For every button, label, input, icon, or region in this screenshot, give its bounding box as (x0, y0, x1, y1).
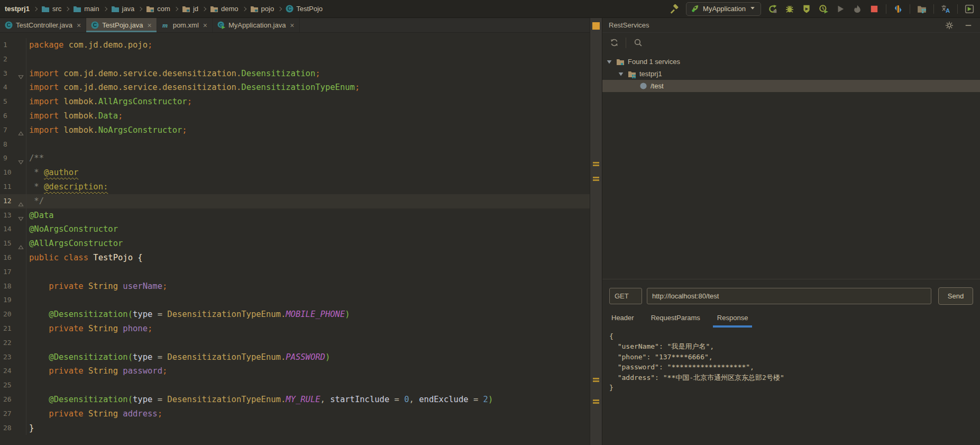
breadcrumb-item-jd[interactable]: jd (180, 4, 200, 14)
http-client-section: GET Send HeaderRequestParamsResponse { "… (602, 279, 980, 445)
coverage-button[interactable] (801, 4, 812, 14)
breadcrumb-item-com[interactable]: com (144, 4, 172, 14)
code-line: 15@AllArgsConstructor (0, 237, 590, 251)
tab-requestparams[interactable]: RequestParams (650, 314, 701, 328)
rerun-button[interactable] (767, 4, 778, 14)
token: type (133, 395, 152, 404)
line-number: 24 (3, 364, 12, 378)
stop-button[interactable] (869, 4, 880, 14)
run-disabled-button[interactable] (835, 4, 846, 14)
token: ; (148, 40, 152, 50)
fold-column[interactable] (18, 198, 24, 204)
fold-column[interactable] (18, 70, 24, 77)
refresh-button[interactable] (609, 38, 619, 48)
request-tabs: HeaderRequestParamsResponse (609, 314, 973, 328)
settings-button[interactable] (944, 20, 955, 31)
code-text: @AllArgsConstructor (29, 237, 123, 251)
toolbar-divider (626, 38, 626, 48)
translate-icon: A (941, 4, 950, 14)
line-number: 17 (3, 265, 12, 279)
tree-row--test[interactable]: /test (602, 80, 980, 92)
fold-marker-icon[interactable] (18, 159, 24, 165)
tab-response[interactable]: Response (716, 314, 749, 328)
tool-window-header: RestServices (602, 18, 980, 33)
rerun-icon (768, 4, 777, 14)
modules-button[interactable] (917, 4, 927, 14)
token: Desensitization (241, 69, 315, 78)
token: private (49, 281, 83, 291)
tab-myapplication-java[interactable]: CMyApplication.java× (213, 18, 300, 32)
breadcrumb-item-testpojo[interactable]: CTestPojo (284, 4, 324, 14)
tree-row-testprj1[interactable]: testprj1 (602, 68, 980, 80)
tab-pom-xml[interactable]: mpom.xml× (157, 18, 213, 32)
flame-disabled-button[interactable] (852, 4, 863, 14)
inspection-indicator[interactable] (592, 22, 600, 30)
tool-window-title: RestServices (609, 21, 649, 29)
breadcrumb-item-main[interactable]: main (71, 4, 100, 14)
fold-marker-icon[interactable] (18, 74, 24, 80)
token: com.jd.demo.service.desensitization. (63, 69, 241, 78)
breadcrumb-item-demo[interactable]: demo (208, 4, 240, 14)
debug-button[interactable] (784, 4, 795, 14)
close-icon[interactable]: × (290, 21, 294, 30)
line-number: 19 (3, 293, 12, 307)
breadcrumb-project[interactable]: testprj1 (3, 4, 31, 14)
gutter: 14 (0, 222, 26, 237)
breadcrumb-label: jd (193, 5, 198, 13)
fold-column[interactable] (18, 156, 24, 162)
http-method-select[interactable]: GET (609, 288, 642, 304)
search-button[interactable] (633, 38, 643, 48)
breadcrumb-label: main (84, 5, 99, 13)
translate-button[interactable]: A (940, 4, 951, 14)
svg-text:C: C (7, 22, 11, 28)
code-text: import lombok.NoArgsConstructor; (29, 123, 187, 138)
url-input[interactable] (647, 288, 931, 304)
toolbar-divider (886, 4, 886, 14)
code-editor[interactable]: 1package com.jd.demo.pojo;23import com.j… (0, 33, 590, 445)
breadcrumb-item-src[interactable]: src (40, 4, 63, 14)
gutter: 21 (0, 322, 26, 336)
send-button[interactable]: Send (938, 287, 973, 305)
profiler-button[interactable] (818, 4, 829, 14)
services-button[interactable] (964, 4, 975, 14)
fold-column[interactable] (18, 127, 24, 133)
line-number: 20 (3, 307, 12, 322)
tree-row-found-1-services[interactable]: Found 1 services (602, 56, 980, 68)
tab-header[interactable]: Header (610, 314, 635, 328)
expand-caret-icon[interactable] (617, 70, 625, 78)
fold-marker-icon[interactable] (18, 202, 24, 207)
token: import (29, 125, 59, 135)
line-number: 14 (3, 222, 12, 237)
code-text: @Data (29, 208, 54, 223)
tab-testpojo-java[interactable]: CTestPojo.java× (86, 18, 157, 32)
build-button[interactable] (669, 4, 680, 14)
code-text: } (29, 421, 34, 435)
fold-marker-icon[interactable] (18, 216, 24, 222)
hide-button[interactable] (963, 20, 974, 31)
line-number: 7 (3, 123, 7, 138)
breadcrumb-item-java[interactable]: java (109, 4, 136, 14)
fold-column[interactable] (18, 241, 24, 247)
line-number: 11 (3, 180, 12, 194)
expand-caret-icon[interactable] (606, 58, 613, 66)
token: /** (29, 153, 44, 163)
editor-error-stripe[interactable] (590, 18, 602, 445)
breadcrumb-separator-icon (242, 6, 246, 11)
fold-column[interactable] (18, 212, 24, 219)
line-number: 26 (3, 393, 12, 407)
gutter: 12 (0, 194, 26, 208)
close-icon[interactable]: × (77, 21, 81, 30)
plugin-bars-button[interactable] (893, 4, 903, 14)
run-config-selector[interactable]: MyApplication (686, 2, 761, 16)
tab-testcontroller-java[interactable]: CTestController.java× (0, 18, 86, 32)
line-number: 16 (3, 251, 12, 265)
fold-marker-icon[interactable] (18, 131, 24, 137)
close-icon[interactable]: × (147, 21, 151, 30)
token: @description: (44, 182, 108, 192)
breadcrumb-item-pojo[interactable]: pojo (249, 4, 276, 14)
fold-marker-icon[interactable] (18, 244, 24, 250)
token: TestPojo (93, 253, 133, 262)
breadcrumb-separator-icon (103, 6, 107, 11)
gutter: 24 (0, 364, 26, 378)
close-icon[interactable]: × (203, 21, 207, 30)
